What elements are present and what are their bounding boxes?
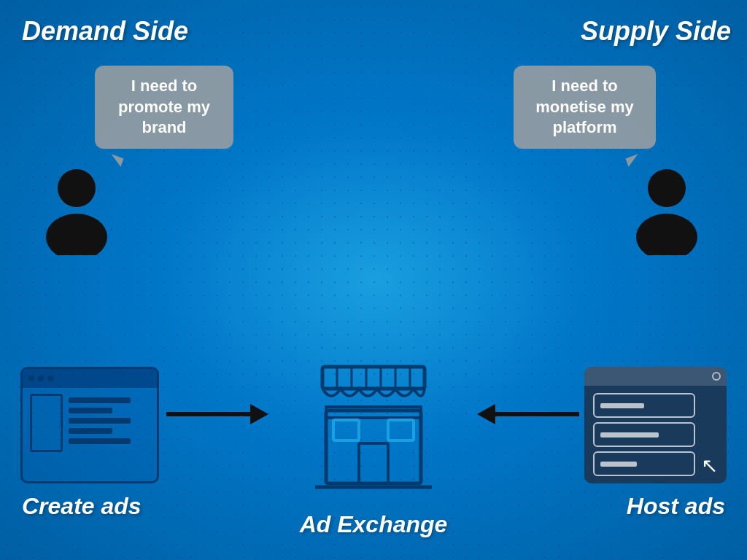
svg-rect-18 [333, 420, 359, 440]
host-line-inner [600, 403, 644, 408]
svg-point-1 [46, 214, 107, 255]
browser-dot-2 [38, 376, 44, 381]
cursor-icon: ↖ [701, 456, 718, 476]
host-rect-1 [593, 393, 695, 418]
svg-point-0 [58, 169, 96, 207]
demand-side-title: Demand Side [22, 16, 188, 47]
host-ads-label: Host ads [627, 493, 725, 520]
host-circle [712, 372, 721, 381]
browser-bar [23, 369, 157, 388]
browser-content [23, 388, 157, 458]
ad-line-5 [69, 438, 131, 444]
host-line-inner-3 [600, 462, 637, 467]
browser-dot-1 [28, 376, 34, 381]
host-rect-2 [593, 422, 695, 447]
ad-exchange-icon [311, 363, 436, 498]
svg-marker-5 [250, 404, 268, 424]
main-canvas: Demand Side Supply Side I need to promot… [0, 0, 747, 560]
ad-line-4 [69, 428, 112, 434]
create-ads-icon [20, 367, 159, 483]
ad-image-block [30, 394, 63, 452]
create-ads-label: Create ads [22, 493, 142, 520]
svg-point-3 [636, 214, 697, 255]
advertiser-person-icon [36, 168, 117, 255]
host-line-inner-2 [600, 432, 659, 438]
browser-dot-3 [47, 376, 53, 381]
supply-speech-bubble: I need to monetise my platform [514, 66, 656, 149]
demand-speech-bubble: I need to promote my brand [95, 66, 233, 149]
ad-line-2 [69, 408, 112, 413]
host-browser-bar [584, 367, 727, 386]
host-ads-icon: ↖ [584, 367, 727, 483]
ad-text-lines [69, 394, 131, 452]
arrow-right-to-exchange [477, 401, 579, 430]
svg-rect-17 [359, 443, 388, 483]
svg-point-2 [648, 169, 686, 207]
publisher-person-icon [627, 168, 707, 255]
supply-side-title: Supply Side [581, 16, 731, 47]
host-rect-3 [593, 451, 695, 476]
ad-line-3 [69, 418, 131, 424]
ad-exchange-label: Ad Exchange [300, 511, 448, 538]
svg-rect-19 [388, 420, 414, 440]
svg-marker-7 [477, 404, 495, 424]
arrow-left-to-exchange [166, 401, 268, 430]
ad-line-1 [69, 397, 131, 403]
